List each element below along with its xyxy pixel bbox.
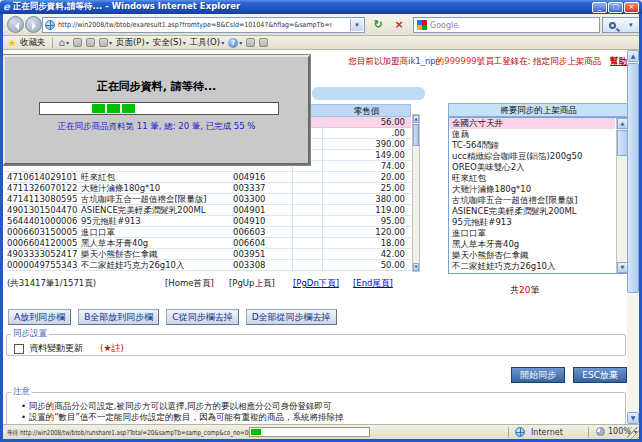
- table-row[interactable]: 0006604120005黑人草本牙膏40g00660418.00: [5, 238, 411, 249]
- filter-input[interactable]: [312, 87, 425, 100]
- table-scrollbar[interactable]: ▲ ▼: [412, 114, 420, 272]
- table-cell: 74.00: [322, 161, 408, 172]
- forward-button[interactable]: [25, 16, 42, 33]
- table-cell: 4710614029101: [7, 172, 79, 183]
- maximize-button[interactable]: □: [608, 2, 623, 13]
- table-cell: 黑人草本牙膏40g: [81, 238, 231, 249]
- search-button[interactable]: ▾: [602, 17, 640, 33]
- table-cell: 0006604120005: [7, 238, 79, 249]
- pgdn-link[interactable]: [PgDn下頁]: [293, 278, 339, 290]
- search-dropdown-icon[interactable]: ▾: [629, 21, 633, 29]
- status-text: 等待 http://win2008/tw/btob/runshare1.asp?…: [7, 428, 263, 438]
- page-content: 您目前以加盟商ik1_np的999999號員工登錄在: 指定同步上架商品 幫助 …: [3, 50, 639, 424]
- print-button[interactable]: ▾: [99, 38, 112, 47]
- refresh-button[interactable]: ↻: [369, 17, 387, 33]
- table-cell: 004916: [233, 172, 291, 183]
- notice-list: 同步的商品分公司設定,被同步方可以選擇,同步方的要以相應分公司身份登錄即可設置的…: [7, 398, 625, 424]
- sync-list-item[interactable]: 金國六寸天井: [449, 118, 615, 129]
- table-cell: .00: [322, 128, 408, 139]
- table-row[interactable]: 4710614029101旺來紅包00491620.00: [5, 172, 411, 183]
- read-mail-icon[interactable]: [86, 38, 95, 47]
- remove-from-sync-button[interactable]: C從同步欄去掉: [166, 309, 238, 325]
- checkbox-label: 資料變動更新: [29, 342, 83, 355]
- end-page-link[interactable]: [End尾頁]: [353, 278, 393, 290]
- search-placeholder: Google: [430, 21, 458, 30]
- table-cell: 120.00: [322, 227, 408, 238]
- sync-list-item[interactable]: ASIENCE完美輕柔潤髮乳200ML: [449, 206, 615, 217]
- zoom-gauge-icon: [596, 427, 605, 436]
- notice-legend: 注意: [11, 386, 32, 398]
- table-cell: 006604: [233, 238, 291, 249]
- stop-button[interactable]: ×: [390, 17, 408, 33]
- toolbar-extra-icon-2[interactable]: [259, 38, 268, 47]
- sync-list-item[interactable]: TC-564鬧鐘: [449, 140, 615, 151]
- table-cell: 4711326070122: [7, 183, 79, 194]
- record-count: (共31417筆1/1571頁): [7, 278, 96, 290]
- sync-list-item[interactable]: 進口口罩: [449, 228, 615, 239]
- sync-list-item[interactable]: 大雞汁滷條180g*10: [449, 184, 615, 195]
- table-cell: 0000049755343: [7, 260, 79, 271]
- search-input[interactable]: Google: [413, 17, 600, 33]
- sync-list-item[interactable]: OREO美味雙心2入: [449, 162, 615, 173]
- toolbar-extra-icon-1[interactable]: [246, 38, 255, 47]
- table-row[interactable]: 0000049755343不二家娃娃巧克力26g10入00330850.00: [5, 260, 411, 271]
- close-button[interactable]: ×: [624, 2, 639, 13]
- sync-list-item[interactable]: 95元拖鞋#913: [449, 217, 615, 228]
- home-page-link[interactable]: [Home首頁]: [165, 278, 214, 290]
- feeds-icon[interactable]: [73, 38, 82, 47]
- esc-cancel-button[interactable]: ESC放棄: [573, 367, 627, 383]
- scroll-up-icon[interactable]: ▲: [413, 115, 419, 123]
- data-change-update-checkbox[interactable]: [14, 344, 24, 354]
- navigation-bar: http://win2008/tw/btob/exaresult1.asp?fr…: [3, 14, 639, 36]
- resize-grip[interactable]: [627, 427, 639, 439]
- add-to-sync-button[interactable]: A放到同步欄: [8, 309, 71, 325]
- sync-list-item[interactable]: 黑人草本牙膏40g: [449, 239, 615, 250]
- sync-list-item[interactable]: 蓮藕: [449, 129, 615, 140]
- table-row[interactable]: 564440100000695元拖鞋#91300491095.00: [5, 216, 411, 227]
- table-cell: 003300: [233, 194, 291, 205]
- pgup-link[interactable]: [PgUp上頁]: [229, 278, 275, 290]
- help-link[interactable]: 幫助: [610, 56, 627, 66]
- help-menu[interactable]: ?▾: [228, 38, 242, 48]
- table-cell: 390.00: [322, 139, 408, 150]
- sync-list-item[interactable]: 旺來紅包: [449, 173, 615, 184]
- site-globe-icon: [45, 20, 55, 30]
- address-bar[interactable]: http://win2008/tw/btob/exaresult1.asp?fr…: [42, 17, 365, 33]
- table-row[interactable]: 4901301504470ASIENCE完美輕柔潤髮乳200ML00490111…: [5, 205, 411, 216]
- favorites-label[interactable]: 收藏夹: [20, 37, 46, 49]
- command-bar: ★ 收藏夹 ⌂▾ ▾ 页面(P)▾ 安全(S)▾ 工具(O)▾ ?▾: [3, 36, 639, 50]
- status-bar: 等待 http://win2008/tw/btob/runshare1.asp?…: [3, 424, 639, 439]
- back-button[interactable]: [7, 16, 24, 33]
- sync-list-item[interactable]: ucc精緻綜合咖啡豆(鋁箔)200g50: [449, 151, 615, 162]
- pagination: (共31417筆1/1571頁) [Home首頁] [PgUp上頁] [PgDn…: [3, 278, 623, 290]
- table-row[interactable]: 4903333052417樂天小熊餅杏仁拿鐵00395142.00: [5, 249, 411, 260]
- table-cell: 25.00: [322, 183, 408, 194]
- table-row[interactable]: 4714113080595古坑咖啡五合一超值禮盒[限量版]003300380.0…: [5, 194, 411, 205]
- sync-list-item[interactable]: 不二家娃娃巧克力26g10入: [449, 261, 615, 272]
- sync-settings-fieldset: 同步設置 資料變動更新 (★註): [6, 328, 626, 356]
- page-scrollbar[interactable]: ▲ ▼: [627, 50, 639, 424]
- sync-list-item[interactable]: 樂天小熊餅杏仁拿鐵: [449, 250, 615, 261]
- table-cell: 003308: [233, 260, 291, 271]
- page-menu[interactable]: 页面(P)▾: [116, 37, 149, 49]
- add-all-to-sync-button[interactable]: B全部放到同步欄: [78, 309, 159, 325]
- table-cell: 古坑咖啡五合一超值禮盒[限量版]: [81, 194, 231, 205]
- scroll-down-icon[interactable]: ▼: [627, 412, 639, 424]
- table-cell: 42.00: [322, 249, 408, 260]
- tools-menu[interactable]: 工具(O)▾: [190, 37, 224, 49]
- table-row[interactable]: 0006603150005進口口罩006603120.00: [5, 227, 411, 238]
- start-sync-button[interactable]: 開始同步: [511, 367, 565, 383]
- sync-list-item[interactable]: 古坑咖啡五合一超值禮盒[限量版]: [449, 195, 615, 206]
- address-dropdown-icon[interactable]: ▾: [350, 19, 363, 31]
- remove-all-from-sync-button[interactable]: D全部從同步欄去掉: [246, 309, 337, 325]
- table-row[interactable]: 4711326070122大雞汁滷條180g*1000333725.00: [5, 183, 411, 194]
- scroll-down-icon[interactable]: ▼: [413, 263, 419, 271]
- minimize-button[interactable]: _: [592, 2, 607, 13]
- table-cell: ASIENCE完美輕柔潤髮乳200ML: [81, 205, 231, 216]
- scrollbar-thumb[interactable]: [413, 124, 419, 146]
- safety-menu[interactable]: 安全(S)▾: [153, 37, 186, 49]
- scrollbar-thumb[interactable]: [627, 63, 639, 293]
- scroll-up-icon[interactable]: ▲: [627, 50, 639, 62]
- table-cell: 4903333052417: [7, 249, 79, 260]
- home-button[interactable]: ⌂▾: [59, 38, 69, 48]
